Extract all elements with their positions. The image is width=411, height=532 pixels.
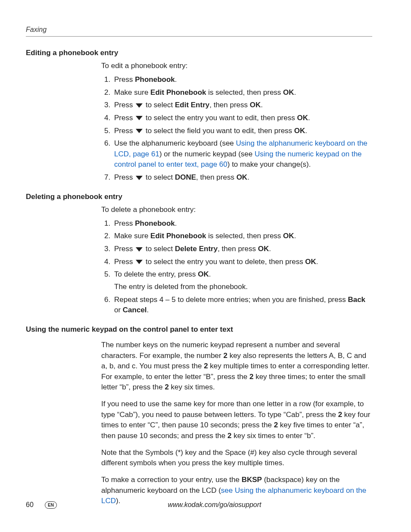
svg-marker-3 [136, 176, 143, 180]
svg-marker-0 [136, 103, 143, 108]
svg-marker-5 [136, 260, 143, 264]
edit-step-5: Press to select the field you want to ed… [112, 126, 372, 137]
down-arrow-icon [136, 176, 143, 180]
delete-step-4: Press to select the entry you want to de… [112, 257, 372, 268]
down-arrow-icon [136, 103, 143, 108]
delete-intro: To delete a phonebook entry: [101, 205, 372, 214]
delete-step-1: Press Phonebook. [112, 218, 372, 229]
edit-intro: To edit a phonebook entry: [101, 62, 372, 70]
svg-marker-2 [136, 129, 143, 133]
delete-steps: Press Phonebook. Make sure Edit Phoneboo… [101, 218, 372, 316]
edit-step-7: Press to select DONE, then press OK. [112, 172, 372, 183]
svg-marker-1 [136, 116, 143, 120]
keypad-para-1: The number keys on the numeric keypad re… [101, 340, 372, 393]
edit-step-6: Use the alphanumeric keyboard (see Using… [112, 138, 372, 170]
delete-step-2: Make sure Edit Phonebook is selected, th… [112, 231, 372, 242]
delete-step-3: Press to select Delete Entry, then press… [112, 244, 372, 255]
delete-step-6: Repeat steps 4 – 5 to delete more entrie… [112, 295, 372, 316]
edit-step-2: Make sure Edit Phonebook is selected, th… [112, 87, 372, 98]
section-heading-keypad: Using the numeric keypad on the control … [26, 325, 372, 334]
delete-step-5: To delete the entry, press OK. The entry… [112, 269, 372, 292]
page-number: 60 [26, 501, 43, 509]
keypad-para-2: If you need to use the same key for more… [101, 399, 372, 442]
page-footer: 60 EN www.kodak.com/go/aiosupport [26, 501, 372, 509]
down-arrow-icon [136, 116, 143, 120]
delete-step-5-result: The entry is deleted from the phonebook. [114, 282, 372, 292]
running-header: Faxing [26, 26, 372, 37]
section-heading-editing: Editing a phonebook entry [26, 49, 372, 57]
edit-step-3: Press to select Edit Entry, then press O… [112, 100, 372, 111]
footer-url: www.kodak.com/go/aiosupport [57, 501, 372, 509]
down-arrow-icon [136, 260, 143, 264]
section-heading-deleting: Deleting a phonebook entry [26, 193, 372, 201]
svg-marker-4 [136, 247, 143, 252]
edit-step-4: Press to select the entry you want to ed… [112, 113, 372, 124]
edit-step-1: Press Phonebook. [112, 75, 372, 85]
language-badge: EN [45, 501, 57, 509]
down-arrow-icon [136, 129, 143, 133]
down-arrow-icon [136, 247, 143, 252]
keypad-para-3: Note that the Symbols (*) key and the Sp… [101, 448, 372, 469]
edit-steps: Press Phonebook. Make sure Edit Phoneboo… [101, 75, 372, 183]
